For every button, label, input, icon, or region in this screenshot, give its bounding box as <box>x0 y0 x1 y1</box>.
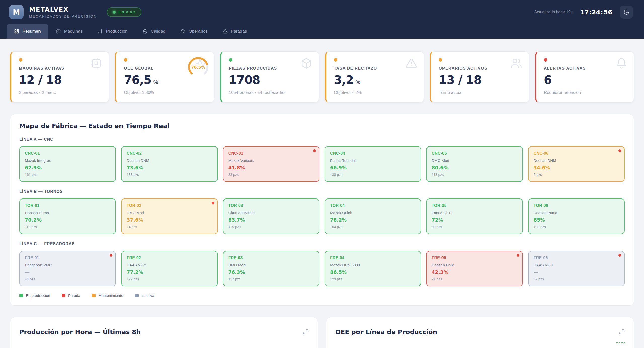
machine-oee: 67.9% <box>25 165 110 170</box>
machine-pieces: 99 pzs <box>432 225 517 229</box>
kpi-card-maquinas-activas: MÁQUINAS ACTIVAS 12 / 18 2 paradas · 2 m… <box>10 51 109 103</box>
machine-card-tor-02[interactable]: TOR-02 DMG Mori 37.6% 14 pzs <box>121 198 218 234</box>
machine-code: FRE-02 <box>127 256 212 260</box>
expand-button[interactable] <box>619 329 625 335</box>
machine-grid: FRE-01 Bridgeport VMC — 44 pzs FRE-02 HA… <box>19 251 625 286</box>
kpi-value: 3,2 <box>334 73 354 87</box>
line-label: LÍNEA A — CNC <box>19 137 625 142</box>
machine-pieces: 33 pzs <box>228 173 314 177</box>
machine-pieces: 130 pzs <box>330 173 416 177</box>
legend-label: Inactiva <box>141 293 154 298</box>
kpi-status-dot-icon <box>124 58 127 62</box>
machine-card-fre-04[interactable]: FRE-04 Mazak HCN-6000 86.5% 129 pzs <box>325 251 421 286</box>
machine-code: CNC-06 <box>534 151 619 156</box>
kpi-title: ALERTAS ACTIVAS <box>544 66 626 71</box>
tab-label: Máquinas <box>64 29 83 34</box>
machine-oee: 37.6% <box>127 217 212 223</box>
last-updated-text: Actualizado hace 19s <box>534 10 573 14</box>
bell-icon <box>616 58 627 69</box>
kpi-row: MÁQUINAS ACTIVAS 12 / 18 2 paradas · 2 m… <box>10 51 634 103</box>
machine-card-tor-03[interactable]: TOR-03 Okuma LB3000 83.7% 129 pzs <box>223 198 319 234</box>
alert-dot-icon <box>618 149 621 152</box>
machine-model: HAAS VF-2 <box>127 263 212 267</box>
live-badge-label: EN VIVO <box>118 10 136 14</box>
line-section-linea-c-fresadoras: LÍNEA C — FRESADORAS FRE-01 Bridgeport V… <box>19 242 625 286</box>
tab-paradas[interactable]: Paradas <box>215 24 254 39</box>
machine-oee: 73.6% <box>127 165 212 170</box>
legend-swatch-icon <box>92 294 96 297</box>
machine-model: DMG Mori <box>432 158 517 163</box>
machine-card-cnc-04[interactable]: CNC-04 Fanuc Robodrill 66.9% 130 pzs <box>325 146 421 182</box>
kpi-card-oee-global: OEE GLOBAL 76,5 % Objetivo: ≥ 80% 76.5% <box>115 51 214 103</box>
machine-card-fre-06[interactable]: FRE-06 HAAS VF-4 — 52 pzs <box>528 251 625 286</box>
machine-code: TOR-01 <box>25 203 110 208</box>
machine-card-cnc-05[interactable]: CNC-05 DMG Mori 80.6% 113 pzs <box>426 146 523 182</box>
machine-model: DMG Mori <box>127 211 212 215</box>
legend-item-parada: Parada <box>62 293 80 298</box>
charts-row: Producción por Hora — Últimas 8h OEE por… <box>10 317 634 348</box>
objetivo-dash-line <box>616 342 625 343</box>
tab-label: Producción <box>106 29 127 34</box>
factory-map-title: Mapa de Fábrica — Estado en Tiempo Real <box>19 122 625 130</box>
line-label: LÍNEA C — FRESADORAS <box>19 242 625 246</box>
machine-card-fre-03[interactable]: FRE-03 DMG Mori 76.3% 137 pzs <box>223 251 319 286</box>
line-label: LÍNEA B — TORNOS <box>19 189 625 194</box>
machine-oee: 41.8% <box>228 165 314 170</box>
machine-model: Mazak Integrex <box>25 158 110 163</box>
machine-code: CNC-04 <box>330 151 416 156</box>
machine-pieces: 5 pzs <box>534 173 619 177</box>
kpi-subtext: 1654 buenas · 54 rechazadas <box>229 90 311 95</box>
chart-icon <box>98 29 103 34</box>
machine-card-tor-06[interactable]: TOR-06 Doosan Puma 85% 108 pzs <box>528 198 625 234</box>
moon-icon <box>623 9 629 15</box>
kpi-unit: % <box>355 79 360 85</box>
expand-button[interactable] <box>303 329 309 335</box>
machine-code: TOR-05 <box>432 203 517 208</box>
kpi-subtext: Objetivo: ≥ 80% <box>124 90 206 95</box>
machine-code: TOR-03 <box>228 203 314 208</box>
machine-oee: 83.7% <box>228 217 314 223</box>
theme-toggle-button[interactable] <box>620 6 633 19</box>
tab-label: Resumen <box>22 29 41 34</box>
line-section-linea-a-cnc: LÍNEA A — CNC CNC-01 Mazak Integrex 67.9… <box>19 137 625 182</box>
alert-dot-icon <box>212 202 214 204</box>
machine-card-tor-01[interactable]: TOR-01 Doosan Puma 70.2% 119 pzs <box>19 198 116 234</box>
company-subtitle: MECANIZADOS DE PRECISIÓN <box>29 14 97 18</box>
app-header: M METALVEX MECANIZADOS DE PRECISIÓN EN V… <box>0 0 644 24</box>
kpi-card-alertas-activas: ALERTAS ACTIVAS 6 Requieren atención <box>535 51 634 103</box>
machine-card-fre-05[interactable]: FRE-05 Doosan DNM 42.3% 21 pzs <box>426 251 523 286</box>
tab-maquinas[interactable]: Máquinas <box>48 24 90 39</box>
legend-swatch-icon <box>62 294 65 297</box>
package-icon <box>301 58 312 69</box>
users-icon <box>511 58 522 69</box>
machine-card-tor-04[interactable]: TOR-04 Mazak Quick 78.2% 104 pzs <box>325 198 421 234</box>
machine-grid: TOR-01 Doosan Puma 70.2% 119 pzs TOR-02 … <box>19 198 625 234</box>
machine-pieces: 108 pzs <box>534 225 619 229</box>
machine-card-fre-01[interactable]: FRE-01 Bridgeport VMC — 44 pzs <box>19 251 116 286</box>
machine-model: Mazak Variaxis <box>228 158 314 163</box>
grid-icon <box>14 29 19 34</box>
tab-label: Paradas <box>231 29 247 34</box>
factory-map-card: Mapa de Fábrica — Estado en Tiempo Real … <box>10 114 634 306</box>
tab-calidad[interactable]: Calidad <box>135 24 173 39</box>
expand-icon <box>303 329 309 335</box>
machine-card-cnc-06[interactable]: CNC-06 Doosan DNM 34.6% 5 pzs <box>528 146 625 182</box>
tab-produccion[interactable]: Producción <box>90 24 135 39</box>
machine-card-cnc-03[interactable]: CNC-03 Mazak Variaxis 41.8% 33 pzs <box>223 146 319 182</box>
machine-card-fre-02[interactable]: FRE-02 HAAS VF-2 77.2% 177 pzs <box>121 251 218 286</box>
machine-pieces: 129 pzs <box>330 277 416 281</box>
machine-card-tor-05[interactable]: TOR-05 Fanuc Oi-TF 72% 99 pzs <box>426 198 523 234</box>
machine-model: DMG Mori <box>228 263 314 267</box>
machine-oee: 78.2% <box>330 217 416 223</box>
machine-code: TOR-04 <box>330 203 416 208</box>
svg-text:76.5%: 76.5% <box>191 65 205 70</box>
machine-card-cnc-02[interactable]: CNC-02 Doosan DNM 73.6% 133 pzs <box>121 146 218 182</box>
machine-oee: 66.9% <box>330 165 416 170</box>
tab-operarios[interactable]: Operarios <box>173 24 215 39</box>
shield-icon <box>143 29 148 34</box>
machine-model: Doosan Puma <box>534 211 619 215</box>
machine-card-cnc-01[interactable]: CNC-01 Mazak Integrex 67.9% 161 pzs <box>19 146 116 182</box>
tab-resumen[interactable]: Resumen <box>7 24 48 39</box>
machine-model: Fanuc Oi-TF <box>432 211 517 215</box>
legend-item-inactiva: Inactiva <box>135 293 154 298</box>
